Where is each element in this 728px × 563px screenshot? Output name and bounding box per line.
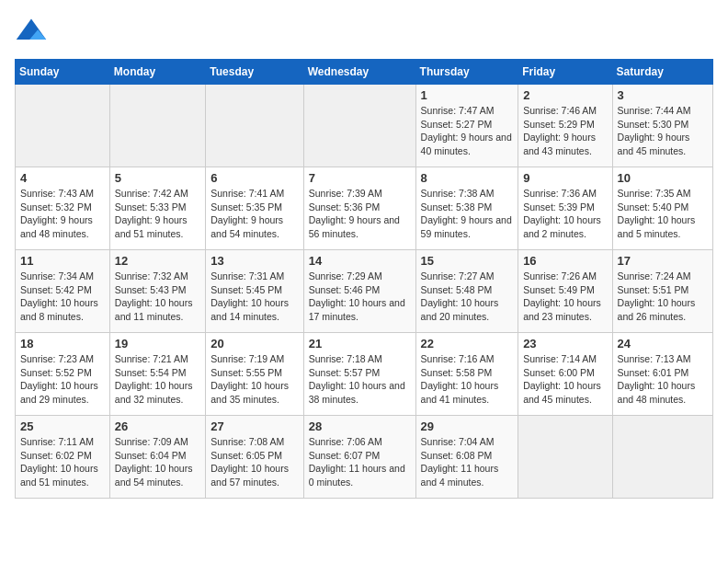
day-number: 10 bbox=[618, 171, 708, 185]
calendar-cell: 8Sunrise: 7:38 AM Sunset: 5:38 PM Daylig… bbox=[415, 167, 518, 250]
calendar-cell bbox=[303, 85, 415, 167]
day-number: 26 bbox=[115, 419, 200, 433]
calendar-cell: 3Sunrise: 7:44 AM Sunset: 5:30 PM Daylig… bbox=[612, 85, 712, 167]
calendar-cell: 23Sunrise: 7:14 AM Sunset: 6:00 PM Dayli… bbox=[518, 333, 612, 416]
calendar-cell bbox=[518, 416, 612, 499]
day-number: 6 bbox=[210, 171, 298, 185]
header-row: SundayMondayTuesdayWednesdayThursdayFrid… bbox=[16, 60, 713, 85]
logo-icon bbox=[15, 15, 48, 48]
header-cell-friday: Friday bbox=[518, 60, 612, 85]
calendar-cell: 6Sunrise: 7:41 AM Sunset: 5:35 PM Daylig… bbox=[206, 167, 303, 250]
header-cell-thursday: Thursday bbox=[415, 60, 518, 85]
calendar-cell: 26Sunrise: 7:09 AM Sunset: 6:04 PM Dayli… bbox=[109, 416, 205, 499]
week-row-3: 11Sunrise: 7:34 AM Sunset: 5:42 PM Dayli… bbox=[16, 250, 713, 333]
day-number: 18 bbox=[20, 337, 105, 350]
calendar-cell: 18Sunrise: 7:23 AM Sunset: 5:52 PM Dayli… bbox=[16, 333, 110, 416]
day-content: Sunrise: 7:44 AM Sunset: 5:30 PM Dayligh… bbox=[618, 104, 708, 158]
day-number: 28 bbox=[309, 419, 411, 433]
day-number: 23 bbox=[523, 337, 607, 350]
calendar-cell: 12Sunrise: 7:32 AM Sunset: 5:43 PM Dayli… bbox=[109, 250, 205, 333]
calendar-cell: 13Sunrise: 7:31 AM Sunset: 5:45 PM Dayli… bbox=[206, 250, 303, 333]
calendar-cell: 10Sunrise: 7:35 AM Sunset: 5:40 PM Dayli… bbox=[612, 167, 712, 250]
day-content: Sunrise: 7:36 AM Sunset: 5:39 PM Dayligh… bbox=[523, 187, 607, 241]
day-number: 21 bbox=[309, 337, 411, 350]
day-number: 7 bbox=[309, 171, 411, 185]
calendar-cell: 24Sunrise: 7:13 AM Sunset: 6:01 PM Dayli… bbox=[612, 333, 712, 416]
header-cell-monday: Monday bbox=[109, 60, 205, 85]
day-content: Sunrise: 7:32 AM Sunset: 5:43 PM Dayligh… bbox=[115, 270, 200, 324]
day-number: 2 bbox=[523, 88, 607, 102]
day-content: Sunrise: 7:26 AM Sunset: 5:49 PM Dayligh… bbox=[523, 270, 607, 324]
logo bbox=[15, 15, 53, 48]
calendar-body: 1Sunrise: 7:47 AM Sunset: 5:27 PM Daylig… bbox=[16, 85, 713, 499]
calendar-cell: 5Sunrise: 7:42 AM Sunset: 5:33 PM Daylig… bbox=[109, 167, 205, 250]
day-content: Sunrise: 7:35 AM Sunset: 5:40 PM Dayligh… bbox=[618, 187, 708, 241]
day-content: Sunrise: 7:24 AM Sunset: 5:51 PM Dayligh… bbox=[618, 270, 708, 324]
day-number: 4 bbox=[20, 171, 105, 185]
day-number: 8 bbox=[421, 171, 514, 185]
day-content: Sunrise: 7:08 AM Sunset: 6:05 PM Dayligh… bbox=[210, 435, 298, 489]
day-number: 27 bbox=[210, 419, 298, 433]
week-row-1: 1Sunrise: 7:47 AM Sunset: 5:27 PM Daylig… bbox=[16, 85, 713, 167]
day-content: Sunrise: 7:13 AM Sunset: 6:01 PM Dayligh… bbox=[618, 352, 708, 407]
day-number: 9 bbox=[523, 171, 607, 185]
day-number: 17 bbox=[618, 254, 708, 268]
calendar-cell: 1Sunrise: 7:47 AM Sunset: 5:27 PM Daylig… bbox=[415, 85, 518, 167]
calendar-cell: 28Sunrise: 7:06 AM Sunset: 6:07 PM Dayli… bbox=[303, 416, 415, 499]
day-content: Sunrise: 7:23 AM Sunset: 5:52 PM Dayligh… bbox=[20, 352, 105, 407]
day-number: 20 bbox=[210, 337, 298, 350]
day-content: Sunrise: 7:27 AM Sunset: 5:48 PM Dayligh… bbox=[421, 270, 514, 324]
header-cell-saturday: Saturday bbox=[612, 60, 712, 85]
calendar-cell: 11Sunrise: 7:34 AM Sunset: 5:42 PM Dayli… bbox=[16, 250, 110, 333]
calendar-cell bbox=[16, 85, 110, 167]
day-content: Sunrise: 7:18 AM Sunset: 5:57 PM Dayligh… bbox=[309, 352, 411, 407]
calendar-cell: 14Sunrise: 7:29 AM Sunset: 5:46 PM Dayli… bbox=[303, 250, 415, 333]
page-header bbox=[15, 15, 713, 48]
day-number: 24 bbox=[618, 337, 708, 350]
header-cell-wednesday: Wednesday bbox=[303, 60, 415, 85]
header-cell-tuesday: Tuesday bbox=[206, 60, 303, 85]
week-row-4: 18Sunrise: 7:23 AM Sunset: 5:52 PM Dayli… bbox=[16, 333, 713, 416]
calendar-cell bbox=[612, 416, 712, 499]
calendar-cell: 22Sunrise: 7:16 AM Sunset: 5:58 PM Dayli… bbox=[415, 333, 518, 416]
day-number: 11 bbox=[20, 254, 105, 268]
day-content: Sunrise: 7:29 AM Sunset: 5:46 PM Dayligh… bbox=[309, 270, 411, 324]
day-content: Sunrise: 7:38 AM Sunset: 5:38 PM Dayligh… bbox=[421, 187, 514, 241]
calendar-cell: 9Sunrise: 7:36 AM Sunset: 5:39 PM Daylig… bbox=[518, 167, 612, 250]
calendar-cell: 21Sunrise: 7:18 AM Sunset: 5:57 PM Dayli… bbox=[303, 333, 415, 416]
day-number: 13 bbox=[210, 254, 298, 268]
day-content: Sunrise: 7:04 AM Sunset: 6:08 PM Dayligh… bbox=[421, 435, 514, 489]
day-number: 3 bbox=[618, 88, 708, 102]
calendar-cell: 16Sunrise: 7:26 AM Sunset: 5:49 PM Dayli… bbox=[518, 250, 612, 333]
calendar-cell: 17Sunrise: 7:24 AM Sunset: 5:51 PM Dayli… bbox=[612, 250, 712, 333]
day-content: Sunrise: 7:31 AM Sunset: 5:45 PM Dayligh… bbox=[210, 270, 298, 324]
calendar-cell bbox=[206, 85, 303, 167]
calendar-cell: 27Sunrise: 7:08 AM Sunset: 6:05 PM Dayli… bbox=[206, 416, 303, 499]
day-content: Sunrise: 7:06 AM Sunset: 6:07 PM Dayligh… bbox=[309, 435, 411, 489]
day-content: Sunrise: 7:14 AM Sunset: 6:00 PM Dayligh… bbox=[523, 352, 607, 407]
calendar-cell: 7Sunrise: 7:39 AM Sunset: 5:36 PM Daylig… bbox=[303, 167, 415, 250]
day-number: 25 bbox=[20, 419, 105, 433]
day-number: 19 bbox=[115, 337, 200, 350]
day-content: Sunrise: 7:11 AM Sunset: 6:02 PM Dayligh… bbox=[20, 435, 105, 489]
day-number: 29 bbox=[421, 419, 514, 433]
day-content: Sunrise: 7:16 AM Sunset: 5:58 PM Dayligh… bbox=[421, 352, 514, 407]
day-number: 16 bbox=[523, 254, 607, 268]
day-number: 5 bbox=[115, 171, 200, 185]
calendar-cell bbox=[109, 85, 205, 167]
day-content: Sunrise: 7:34 AM Sunset: 5:42 PM Dayligh… bbox=[20, 270, 105, 324]
calendar-table: SundayMondayTuesdayWednesdayThursdayFrid… bbox=[15, 59, 713, 499]
calendar-cell: 19Sunrise: 7:21 AM Sunset: 5:54 PM Dayli… bbox=[109, 333, 205, 416]
day-content: Sunrise: 7:21 AM Sunset: 5:54 PM Dayligh… bbox=[115, 352, 200, 407]
calendar-cell: 29Sunrise: 7:04 AM Sunset: 6:08 PM Dayli… bbox=[415, 416, 518, 499]
day-content: Sunrise: 7:39 AM Sunset: 5:36 PM Dayligh… bbox=[309, 187, 411, 241]
day-content: Sunrise: 7:09 AM Sunset: 6:04 PM Dayligh… bbox=[115, 435, 200, 489]
calendar-cell: 25Sunrise: 7:11 AM Sunset: 6:02 PM Dayli… bbox=[16, 416, 110, 499]
calendar-cell: 20Sunrise: 7:19 AM Sunset: 5:55 PM Dayli… bbox=[206, 333, 303, 416]
day-number: 12 bbox=[115, 254, 200, 268]
week-row-2: 4Sunrise: 7:43 AM Sunset: 5:32 PM Daylig… bbox=[16, 167, 713, 250]
day-number: 15 bbox=[421, 254, 514, 268]
day-content: Sunrise: 7:46 AM Sunset: 5:29 PM Dayligh… bbox=[523, 104, 607, 158]
week-row-5: 25Sunrise: 7:11 AM Sunset: 6:02 PM Dayli… bbox=[16, 416, 713, 499]
calendar-cell: 15Sunrise: 7:27 AM Sunset: 5:48 PM Dayli… bbox=[415, 250, 518, 333]
